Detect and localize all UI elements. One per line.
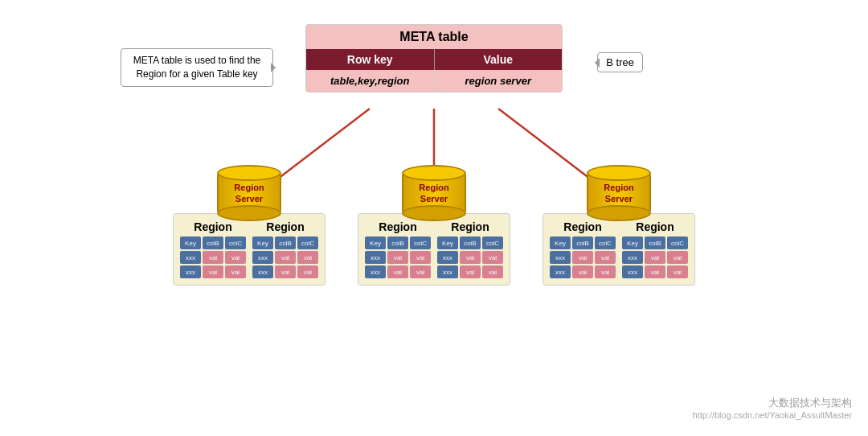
meta-table-section: META table is used to find the Region fo… (305, 24, 563, 93)
cylinder-label-2: RegionServer (419, 182, 448, 205)
cylinder-label-3: RegionServer (604, 182, 633, 205)
region-servers-row: RegionServer Region Key colB colC xxx (0, 165, 868, 286)
cell-colc-1b: colC (297, 237, 318, 249)
mini-row-header-1a: Key colB colC (180, 237, 246, 249)
mini-table-3b: Key colB colC xxx val val xxx val va (622, 237, 688, 278)
cell-val3: val (203, 265, 223, 278)
region-server-group-2: RegionServer Region Key colB colC xxx va… (358, 165, 510, 286)
mini-table-2b: Key colB colC xxx val val xxx val va (437, 237, 503, 278)
watermark: 大数据技术与架构 http://blog.csdn.net/Yaokai_Ass… (692, 396, 852, 420)
cylinder-bottom-3 (587, 205, 651, 221)
cell-val-1b5: val (297, 265, 318, 278)
body-regionserver: region server (435, 70, 563, 92)
cylinder-2: RegionServer (402, 165, 466, 221)
cell-val4: val (225, 265, 246, 278)
cylinder-top-3 (587, 165, 651, 181)
cylinder-top-2 (402, 165, 466, 181)
header-rowkey: Row key (306, 49, 435, 70)
region-title-1a: Region (194, 220, 231, 233)
mini-table-2a: Key colB colC xxx val val xxx val va (365, 237, 431, 278)
cell-val-1b1: val (275, 251, 296, 264)
cell-xxx2: xxx (180, 265, 201, 278)
cell-xxx1: xxx (180, 251, 201, 264)
tooltip-box: META table is used to find the Region fo… (121, 48, 273, 87)
cell-val-1b4: val (275, 265, 296, 278)
tooltip-text: META table is used to find the Region fo… (133, 55, 261, 80)
mini-row-1: xxx val val (180, 251, 246, 264)
region-box-1: Region Key colB colC xxx val val (173, 213, 326, 286)
region-server-group-3: RegionServer Region Key colB colC xxx va… (542, 165, 695, 286)
meta-table-body: table,key,region region server (306, 70, 562, 92)
cylinder-bottom-2 (402, 205, 466, 221)
cylinder-bottom-1 (217, 205, 281, 221)
region-title-2a: Region (379, 220, 416, 233)
region-title-3b: Region (636, 220, 674, 233)
mini-table-1b: Key colB colC xxx val val xxx val va (252, 237, 318, 278)
region-col-1a: Region Key colB colC xxx val val (180, 220, 246, 278)
region-server-group-1: RegionServer Region Key colB colC xxx (173, 165, 326, 286)
watermark-url: http://blog.csdn.net/Yaokai_AssultMaster (692, 410, 852, 420)
mini-row-1b-1: xxx val val (252, 251, 318, 264)
mini-row-1b-2: xxx val val (252, 265, 318, 278)
region-title-3a: Region (563, 220, 601, 233)
mini-row-2: xxx val val (180, 265, 246, 278)
cylinder-label-1: RegionServer (234, 182, 264, 205)
region-col-2a: Region Key colB colC xxx val val (365, 220, 431, 278)
cell-colb: colB (203, 237, 223, 249)
cell-key: Key (180, 237, 201, 249)
meta-table-title: META table (306, 25, 562, 49)
meta-table: META table Row key Value table,key,regio… (305, 24, 563, 93)
cylinder-3: RegionServer (587, 165, 651, 221)
cell-colc: colC (225, 237, 246, 249)
mini-table-3a: Key colB colC xxx val val xxx val va (550, 237, 616, 278)
cell-val2: val (225, 251, 246, 264)
region-box-3: Region Key colB colC xxx val val (542, 213, 695, 286)
watermark-text: 大数据技术与架构 (692, 396, 852, 410)
btree-label: B tree (597, 52, 643, 72)
cell-key-1b: Key (252, 237, 273, 249)
region-col-1b: Region Key colB colC xxx val val (252, 220, 318, 278)
cell-val-1b2: val (297, 251, 318, 264)
cylinder-top-1 (217, 165, 281, 181)
main-container: META table is used to find the Region fo… (0, 0, 868, 436)
cell-val1: val (203, 251, 223, 264)
mini-row-header-1b: Key colB colC (252, 237, 318, 249)
cell-xxx-1b1: xxx (252, 251, 273, 264)
region-box-2: Region Key colB colC xxx val val (358, 213, 510, 286)
region-col-3a: Region Key colB colC xxx val val (550, 220, 616, 278)
meta-table-header: Row key Value (306, 49, 562, 70)
cylinder-1: RegionServer (217, 165, 281, 221)
mini-table-1a: Key colB colC xxx val val xxx val va (180, 237, 246, 278)
region-title-2b: Region (451, 220, 489, 233)
cell-xxx-1b3: xxx (252, 265, 273, 278)
cell-colb-1b: colB (275, 237, 296, 249)
body-tablekey: table,key,region (306, 70, 435, 92)
header-value: Value (435, 49, 563, 70)
region-title-1b: Region (266, 220, 304, 233)
region-col-3b: Region Key colB colC xxx val val (622, 220, 688, 278)
region-col-2b: Region Key colB colC xxx val val (437, 220, 503, 278)
